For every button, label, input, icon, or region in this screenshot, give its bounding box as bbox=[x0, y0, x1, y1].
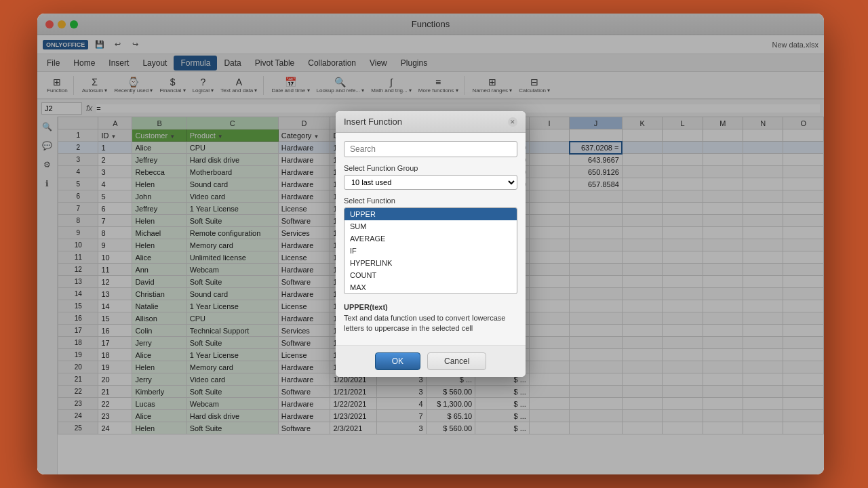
function-item-count[interactable]: COUNT bbox=[344, 269, 517, 281]
function-item-sum[interactable]: SUM bbox=[344, 220, 517, 232]
function-item-max[interactable]: MAX bbox=[344, 281, 517, 293]
function-search-input[interactable] bbox=[344, 141, 517, 157]
mac-window: Functions ONLYOFFICE 💾 ↩ ↪ New data.xlsx… bbox=[37, 14, 824, 474]
function-item-upper[interactable]: UPPER bbox=[344, 208, 517, 220]
function-item-if[interactable]: IF bbox=[344, 245, 517, 257]
ok-button[interactable]: OK bbox=[375, 352, 420, 370]
dialog-body: Select Function Group 10 last used All F… bbox=[336, 133, 526, 344]
dialog-titlebar: Insert Function ✕ bbox=[336, 111, 526, 133]
function-item-average[interactable]: AVERAGE bbox=[344, 232, 517, 245]
modal-overlay: Insert Function ✕ Select Function Group … bbox=[37, 14, 824, 474]
function-label: Select Function bbox=[344, 197, 517, 205]
dialog-close-button[interactable]: ✕ bbox=[508, 117, 517, 127]
function-group-select[interactable]: 10 last used All Financial Logical Text … bbox=[344, 175, 517, 190]
dialog-footer: OK Cancel bbox=[336, 345, 526, 377]
dialog-title: Insert Function bbox=[344, 117, 402, 127]
function-list: UPPER SUM AVERAGE IF HYPERLINK COUNT MAX bbox=[344, 207, 517, 294]
function-signature: UPPER(text) bbox=[344, 303, 388, 311]
insert-function-dialog: Insert Function ✕ Select Function Group … bbox=[336, 111, 526, 376]
cancel-button[interactable]: Cancel bbox=[427, 352, 486, 370]
function-description: UPPER(text) Text and data function used … bbox=[344, 300, 517, 336]
group-label: Select Function Group bbox=[344, 164, 517, 172]
function-item-hyperlink[interactable]: HYPERLINK bbox=[344, 257, 517, 269]
function-description-text: Text and data function used to convert l… bbox=[344, 314, 505, 332]
